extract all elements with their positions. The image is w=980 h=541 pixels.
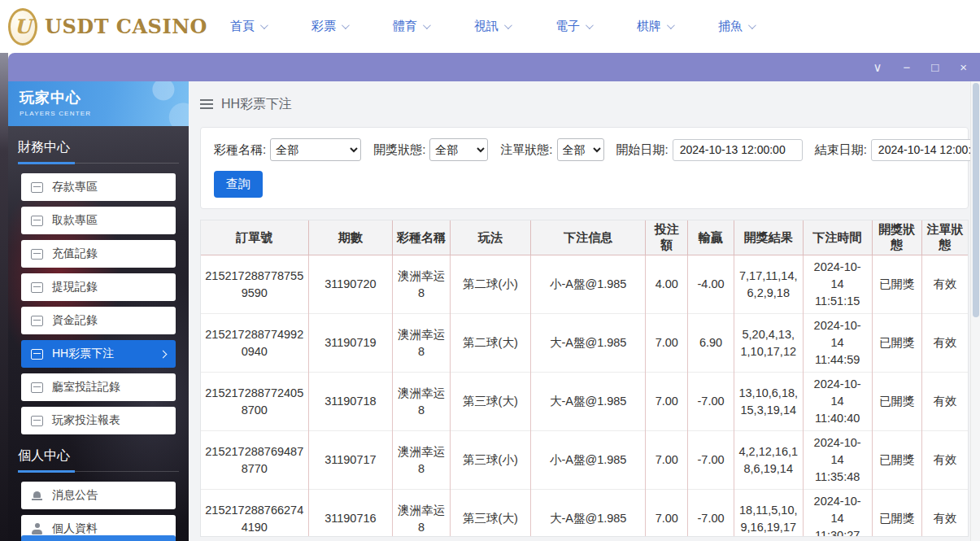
- window-titlebar[interactable]: ∨−□×: [8, 53, 980, 81]
- table-cell: 7,17,11,14,6,2,9,18: [734, 255, 803, 314]
- funds-record-icon: [31, 316, 43, 326]
- topbar: U USDT CASINO 首頁彩票體育視訊電子棋牌捕魚: [0, 0, 980, 53]
- column-header: 彩種名稱: [393, 220, 451, 255]
- lottery-name-select[interactable]: 全部: [270, 138, 361, 161]
- table-cell: 有效: [921, 255, 968, 314]
- scrollbar[interactable]: [970, 81, 980, 541]
- end-date-input[interactable]: [871, 139, 980, 161]
- sidebar-item[interactable]: 取款專區: [21, 207, 176, 234]
- logo-icon: U: [8, 8, 37, 46]
- search-button[interactable]: 查詢: [214, 171, 263, 198]
- column-header: 輸贏: [688, 220, 734, 255]
- sidebar-item-label: 存款專區: [52, 180, 98, 194]
- nav-item-0[interactable]: 首頁: [230, 19, 266, 34]
- table-row: 215217288774992094031190719澳洲幸运8第二球(大)大-…: [201, 314, 968, 373]
- table-cell: 澳洲幸运8: [393, 490, 451, 537]
- table-cell: 2152172887662744190: [201, 490, 308, 537]
- logo-text: USDT CASINO: [45, 15, 207, 38]
- sidebar-item-partial[interactable]: [21, 535, 176, 541]
- chevron-down-icon: [748, 21, 756, 29]
- nav-item-label: 捕魚: [718, 19, 743, 34]
- nav-item-label: 棋牌: [637, 19, 661, 34]
- sidebar-item[interactable]: 提現記錄: [21, 273, 176, 301]
- table-cell: -7.00: [688, 431, 734, 490]
- table-cell: 小-A盤@1.985: [530, 255, 645, 314]
- table-cell: 澳洲幸运8: [393, 255, 451, 314]
- table-cell: 有效: [921, 373, 968, 431]
- announcement-icon: [31, 491, 43, 501]
- logo[interactable]: U USDT CASINO: [8, 8, 207, 46]
- sidebar-item-label: 消息公告: [52, 488, 98, 503]
- sidebar-item-label: 個人資料: [52, 521, 98, 536]
- main-content: HH彩票下注 彩種名稱: 全部 開獎狀態: 全部 注單狀態: 全部: [189, 81, 980, 541]
- sidebar-item-label: 提現記錄: [52, 280, 98, 294]
- collapse-icon[interactable]: ∨: [873, 61, 882, 73]
- table-cell: 2024-10-14 11:51:15: [803, 255, 872, 314]
- maximize-icon[interactable]: □: [931, 61, 939, 73]
- recharge-record-icon: [31, 249, 43, 260]
- table-cell: 澳洲幸运8: [393, 373, 451, 431]
- lottery-bet-icon: [31, 349, 43, 360]
- order-status-select[interactable]: 全部: [557, 138, 604, 161]
- chevron-down-icon: [667, 21, 675, 29]
- chevron-down-icon: [260, 21, 268, 29]
- nav-item-1[interactable]: 彩票: [311, 19, 347, 34]
- table-row: 215217288766274419031190716澳洲幸运8第三球(大)大-…: [201, 490, 968, 537]
- close-icon[interactable]: ×: [960, 61, 967, 73]
- chevron-right-icon: [159, 350, 168, 358]
- nav-item-4[interactable]: 電子: [555, 19, 591, 34]
- table-cell: 7.00: [646, 373, 688, 431]
- minimize-icon[interactable]: −: [903, 61, 910, 73]
- sidebar-item-label: 取款專區: [52, 213, 98, 228]
- logo-monogram: U: [15, 15, 32, 38]
- table-cell: 有效: [921, 490, 968, 537]
- menu-icon[interactable]: [200, 99, 213, 109]
- table-cell: 7.00: [646, 490, 688, 537]
- table-cell: 已開獎: [872, 431, 921, 490]
- table-cell: 13,10,6,18,15,3,19,14: [734, 373, 803, 431]
- nav-item-6[interactable]: 捕魚: [718, 19, 754, 34]
- table-cell: 已開獎: [872, 314, 921, 373]
- withdraw-icon: [31, 216, 43, 226]
- table-cell: 2152172887749920940: [201, 314, 308, 373]
- table-cell: 第二球(大): [450, 314, 530, 373]
- window-body: 玩家中心 PLAYERS CENTER 財務中心存款專區取款專區充值記錄提現記錄…: [8, 81, 980, 541]
- table-cell: 第三球(大): [450, 373, 530, 431]
- table-cell: 31190716: [308, 490, 393, 537]
- draw-status-select[interactable]: 全部: [429, 138, 488, 161]
- sidebar-item[interactable]: 消息公告: [21, 482, 176, 509]
- table-row: 215217288778755959031190720澳洲幸运8第二球(小)小-…: [201, 255, 968, 314]
- page-title: HH彩票下注: [221, 96, 292, 113]
- sidebar-item[interactable]: 資金記錄: [21, 307, 176, 334]
- scrollbar-thumb[interactable]: [973, 83, 979, 317]
- player-center-banner: 玩家中心 PLAYERS CENTER: [8, 81, 189, 126]
- table-cell: 大-A盤@1.985: [530, 373, 645, 431]
- sidebar-item[interactable]: 廳室投註記錄: [21, 373, 176, 401]
- column-header: 下注時間: [803, 220, 872, 255]
- chevron-down-icon: [504, 21, 512, 29]
- sidebar-item[interactable]: HH彩票下注: [21, 340, 176, 368]
- player-center-title: 玩家中心: [20, 88, 177, 107]
- column-header: 投注額: [646, 220, 688, 255]
- sidebar-item[interactable]: 存款專區: [21, 173, 176, 201]
- sidebar-item[interactable]: 玩家投注報表: [21, 407, 176, 434]
- main-nav: 首頁彩票體育視訊電子棋牌捕魚: [230, 19, 799, 34]
- sidebar-item[interactable]: 充值記錄: [21, 240, 176, 268]
- nav-item-5[interactable]: 棋牌: [637, 19, 673, 34]
- table-cell: 31190717: [308, 431, 393, 490]
- table-cell: 2152172887787559590: [201, 255, 308, 314]
- sidebar-item-label: 資金記錄: [52, 313, 98, 328]
- nav-item-3[interactable]: 視訊: [474, 19, 510, 34]
- start-date-input[interactable]: [673, 139, 803, 161]
- column-header: 期數: [308, 220, 393, 255]
- column-header: 下注信息: [530, 220, 645, 255]
- table-cell: 已開獎: [872, 490, 921, 537]
- end-date-label: 結束日期:: [815, 142, 867, 158]
- bets-table: 訂單號期數彩種名稱玩法下注信息投注額輸贏開獎結果下注時間開獎狀態注單狀態 215…: [201, 220, 968, 537]
- table-cell: 2152172887694878770: [201, 431, 308, 490]
- nav-item-label: 電子: [555, 19, 580, 34]
- bets-table-card: 訂單號期數彩種名稱玩法下注信息投注額輸贏開獎結果下注時間開獎狀態注單狀態 215…: [200, 220, 969, 537]
- nav-item-2[interactable]: 體育: [393, 19, 429, 34]
- profile-icon: [31, 524, 43, 534]
- nav-item-label: 視訊: [474, 19, 499, 34]
